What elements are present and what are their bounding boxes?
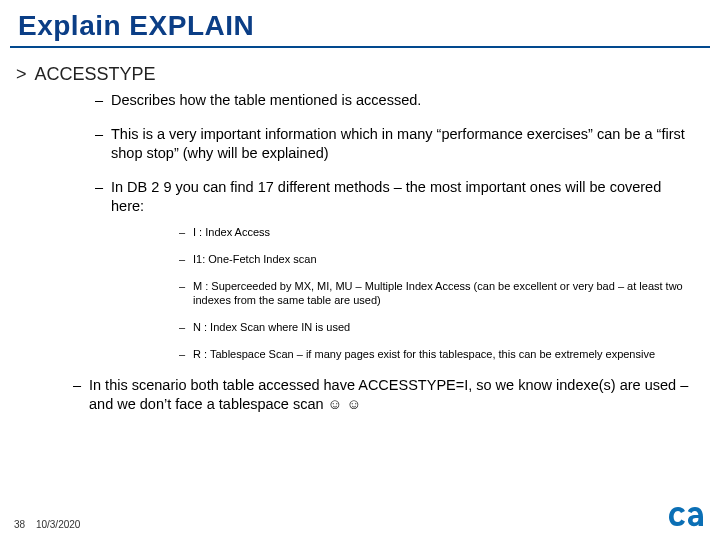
footer-date: 10/3/2020 [36, 519, 81, 530]
section-heading: > ACCESSTYPE [0, 56, 720, 85]
bullet-item: This is a very important information whi… [95, 125, 695, 164]
bullet-text: Describes how the table mentioned is acc… [111, 92, 421, 108]
ca-logo-icon [668, 504, 704, 532]
title-area: Explain EXPLAIN [0, 0, 720, 46]
sub-bullet-item: M : Superceeded by MX, MI, MU – Multiple… [179, 279, 695, 309]
sub-bullet-list: I : Index Access I1: One-Fetch Index sca… [111, 225, 695, 362]
sub-bullet-text: R : Tablespace Scan – if many pages exis… [193, 348, 655, 360]
bullet-item: In DB 2 9 you can find 17 different meth… [95, 178, 695, 362]
closing-item: In this scenario both table accessed hav… [73, 376, 695, 415]
sub-bullet-item: I : Index Access [179, 225, 695, 240]
bullet-text: In DB 2 9 you can find 17 different meth… [111, 179, 661, 215]
closing-text: In this scenario both table accessed hav… [89, 377, 688, 413]
bullet-text: This is a very important information whi… [111, 126, 685, 162]
footer: 38 10/3/2020 [14, 519, 80, 530]
sub-bullet-item: N : Index Scan where IN is used [179, 320, 695, 335]
sub-bullet-item: I1: One-Fetch Index scan [179, 252, 695, 267]
bullet-item: Describes how the table mentioned is acc… [95, 91, 695, 111]
slide: Explain EXPLAIN > ACCESSTYPE Describes h… [0, 0, 720, 540]
title-divider [10, 46, 710, 48]
sub-bullet-item: R : Tablespace Scan – if many pages exis… [179, 347, 695, 362]
sub-bullet-text: M : Superceeded by MX, MI, MU – Multiple… [193, 280, 683, 307]
closing-list: In this scenario both table accessed hav… [0, 376, 720, 415]
section-heading-text: ACCESSTYPE [35, 64, 156, 85]
sub-bullet-text: I1: One-Fetch Index scan [193, 253, 317, 265]
sub-bullet-text: I : Index Access [193, 226, 270, 238]
sub-bullet-text: N : Index Scan where IN is used [193, 321, 350, 333]
chevron-right-icon: > [16, 64, 27, 85]
slide-title: Explain EXPLAIN [18, 10, 702, 42]
page-number: 38 [14, 519, 25, 530]
bullet-list: Describes how the table mentioned is acc… [0, 91, 720, 362]
